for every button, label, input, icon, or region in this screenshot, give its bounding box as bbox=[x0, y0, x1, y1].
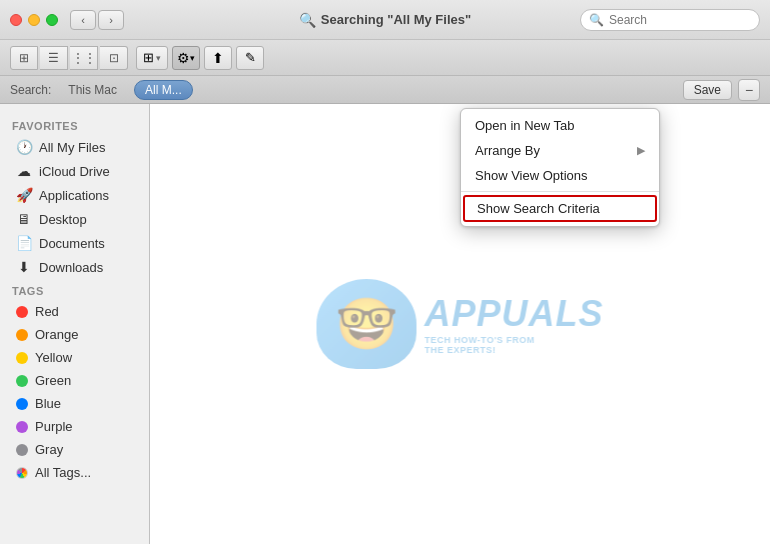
edit-icon: ✎ bbox=[245, 50, 256, 65]
menu-item-label: Show View Options bbox=[475, 168, 588, 183]
menu-item-show-view-options[interactable]: Show View Options bbox=[461, 163, 659, 188]
close-button[interactable] bbox=[10, 14, 22, 26]
scope-this-mac[interactable]: This Mac bbox=[57, 80, 128, 100]
appuals-text-area: APPUALS TECH HOW-TO'S FROMTHE EXPERTS! bbox=[424, 293, 603, 355]
menu-item-open-new-tab[interactable]: Open in New Tab bbox=[461, 113, 659, 138]
sidebar-item-applications[interactable]: 🚀 Applications bbox=[4, 183, 145, 207]
menu-item-show-search-criteria[interactable]: Show Search Criteria bbox=[463, 195, 657, 222]
scope-all-my-files[interactable]: All M... bbox=[134, 80, 193, 100]
share-button[interactable]: ⬆ bbox=[204, 46, 232, 70]
minimize-button[interactable] bbox=[28, 14, 40, 26]
sidebar-item-tag-orange[interactable]: Orange bbox=[4, 323, 145, 346]
column-view-icon: ⋮⋮ bbox=[72, 51, 96, 65]
tag-label: Red bbox=[35, 304, 59, 319]
sidebar: Favorites 🕐 All My Files ☁ iCloud Drive … bbox=[0, 104, 150, 544]
desktop-icon: 🖥 bbox=[16, 211, 32, 227]
column-view-button[interactable]: ⋮⋮ bbox=[70, 46, 98, 70]
main-area: Favorites 🕐 All My Files ☁ iCloud Drive … bbox=[0, 104, 770, 544]
orange-tag-dot bbox=[16, 329, 28, 341]
search-input[interactable] bbox=[609, 13, 749, 27]
all-my-files-icon: 🕐 bbox=[16, 139, 32, 155]
minus-button[interactable]: − bbox=[738, 79, 760, 101]
sidebar-item-desktop[interactable]: 🖥 Desktop bbox=[4, 207, 145, 231]
traffic-lights bbox=[10, 14, 58, 26]
sidebar-item-tag-gray[interactable]: Gray bbox=[4, 438, 145, 461]
forward-button[interactable]: › bbox=[98, 10, 124, 30]
content-area: 🤓 APPUALS TECH HOW-TO'S FROMTHE EXPERTS!… bbox=[150, 104, 770, 544]
icon-view-icon: ⊞ bbox=[19, 51, 29, 65]
view-buttons: ⊞ ☰ ⋮⋮ ⊡ bbox=[10, 46, 128, 70]
arrange-button[interactable]: ⊞ ▾ bbox=[136, 46, 168, 70]
icloud-icon: ☁ bbox=[16, 163, 32, 179]
save-button[interactable]: Save bbox=[683, 80, 732, 100]
red-tag-dot bbox=[16, 306, 28, 318]
sidebar-item-all-my-files[interactable]: 🕐 All My Files bbox=[4, 135, 145, 159]
sidebar-item-downloads[interactable]: ⬇ Downloads bbox=[4, 255, 145, 279]
sidebar-item-label: Applications bbox=[39, 188, 109, 203]
search-bar[interactable]: 🔍 bbox=[580, 9, 760, 31]
sidebar-item-tag-green[interactable]: Green bbox=[4, 369, 145, 392]
maximize-button[interactable] bbox=[46, 14, 58, 26]
tag-label: Yellow bbox=[35, 350, 72, 365]
sidebar-item-tag-purple[interactable]: Purple bbox=[4, 415, 145, 438]
applications-icon: 🚀 bbox=[16, 187, 32, 203]
back-button[interactable]: ‹ bbox=[70, 10, 96, 30]
appuals-tagline: TECH HOW-TO'S FROMTHE EXPERTS! bbox=[424, 335, 534, 355]
toolbar: ⊞ ☰ ⋮⋮ ⊡ ⊞ ▾ ⚙ ▾ ⬆ ✎ bbox=[0, 40, 770, 76]
menu-item-label: Show Search Criteria bbox=[477, 201, 600, 216]
search-icon: 🔍 bbox=[589, 13, 604, 27]
menu-item-label: Arrange By bbox=[475, 143, 540, 158]
sidebar-item-label: Desktop bbox=[39, 212, 87, 227]
sidebar-item-tag-red[interactable]: Red bbox=[4, 300, 145, 323]
share-icon: ⬆ bbox=[212, 50, 224, 66]
appuals-logo-figure: 🤓 bbox=[316, 279, 416, 369]
arrange-arrow-icon: ▾ bbox=[156, 53, 161, 63]
window-title-area: 🔍 Searching "All My Files" bbox=[299, 12, 471, 28]
cover-view-icon: ⊡ bbox=[109, 51, 119, 65]
gray-tag-dot bbox=[16, 444, 28, 456]
purple-tag-dot bbox=[16, 421, 28, 433]
sidebar-item-label: All My Files bbox=[39, 140, 105, 155]
menu-divider bbox=[461, 191, 659, 192]
green-tag-dot bbox=[16, 375, 28, 387]
title-bar: ‹ › 🔍 Searching "All My Files" 🔍 bbox=[0, 0, 770, 40]
action-arrow-icon: ▾ bbox=[190, 53, 195, 63]
action-button[interactable]: ⚙ ▾ bbox=[172, 46, 200, 70]
icon-view-button[interactable]: ⊞ bbox=[10, 46, 38, 70]
all-tags-dot bbox=[16, 467, 28, 479]
tag-label: All Tags... bbox=[35, 465, 91, 480]
sidebar-item-label: iCloud Drive bbox=[39, 164, 110, 179]
window-title: Searching "All My Files" bbox=[321, 12, 471, 27]
tag-label: Gray bbox=[35, 442, 63, 457]
sidebar-item-label: Documents bbox=[39, 236, 105, 251]
tag-label: Purple bbox=[35, 419, 73, 434]
context-menu: Open in New Tab Arrange By ▶ Show View O… bbox=[460, 108, 660, 227]
tags-header: Tags bbox=[0, 279, 149, 300]
sidebar-item-icloud-drive[interactable]: ☁ iCloud Drive bbox=[4, 159, 145, 183]
sidebar-item-tag-yellow[interactable]: Yellow bbox=[4, 346, 145, 369]
arrange-icon: ⊞ bbox=[143, 50, 154, 65]
sidebar-item-documents[interactable]: 📄 Documents bbox=[4, 231, 145, 255]
tag-label: Blue bbox=[35, 396, 61, 411]
sidebar-item-tag-blue[interactable]: Blue bbox=[4, 392, 145, 415]
menu-item-label: Open in New Tab bbox=[475, 118, 575, 133]
documents-icon: 📄 bbox=[16, 235, 32, 251]
title-icon: 🔍 bbox=[299, 12, 316, 28]
edit-button[interactable]: ✎ bbox=[236, 46, 264, 70]
tag-label: Green bbox=[35, 373, 71, 388]
menu-item-arrange-by[interactable]: Arrange By ▶ bbox=[461, 138, 659, 163]
gear-icon: ⚙ bbox=[177, 50, 190, 66]
scope-bar: Search: This Mac All M... Save − bbox=[0, 76, 770, 104]
scope-label: Search: bbox=[10, 83, 51, 97]
list-view-button[interactable]: ☰ bbox=[40, 46, 68, 70]
yellow-tag-dot bbox=[16, 352, 28, 364]
nav-buttons: ‹ › bbox=[70, 10, 124, 30]
downloads-icon: ⬇ bbox=[16, 259, 32, 275]
sidebar-item-all-tags[interactable]: All Tags... bbox=[4, 461, 145, 484]
sidebar-item-label: Downloads bbox=[39, 260, 103, 275]
watermark-area: 🤓 APPUALS TECH HOW-TO'S FROMTHE EXPERTS! bbox=[316, 279, 603, 369]
cover-view-button[interactable]: ⊡ bbox=[100, 46, 128, 70]
tag-label: Orange bbox=[35, 327, 78, 342]
blue-tag-dot bbox=[16, 398, 28, 410]
submenu-arrow-icon: ▶ bbox=[637, 144, 645, 157]
